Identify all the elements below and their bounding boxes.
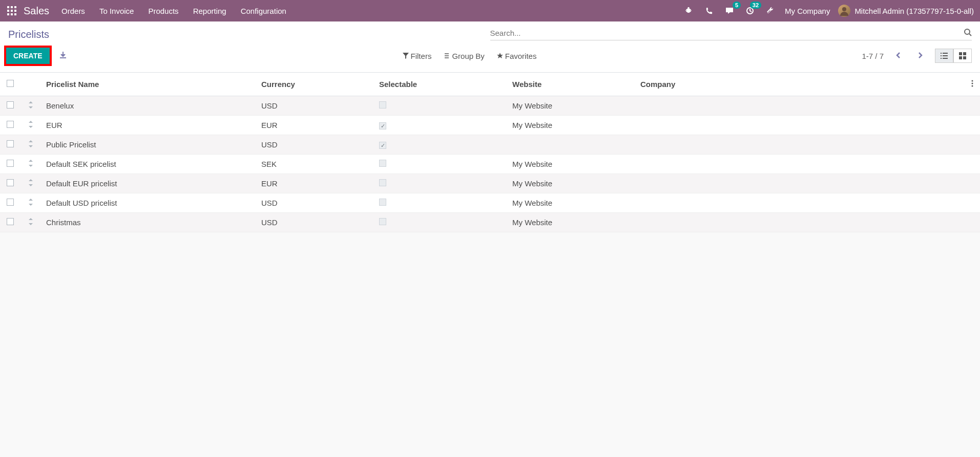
filters-button[interactable]: Filters xyxy=(403,52,432,60)
activities-icon[interactable]: 32 xyxy=(744,5,756,17)
row-checkbox[interactable] xyxy=(7,140,14,147)
top-nav: Sales Orders To Invoice Products Reporti… xyxy=(0,0,980,21)
select-all-checkbox[interactable] xyxy=(7,80,14,87)
svg-rect-1 xyxy=(11,6,13,8)
download-icon[interactable] xyxy=(59,51,67,61)
main-menu: Orders To Invoice Products Reporting Con… xyxy=(61,7,682,15)
drag-handle-icon[interactable] xyxy=(20,174,41,193)
svg-rect-6 xyxy=(7,13,9,15)
row-checkbox[interactable] xyxy=(7,121,14,128)
cell-pad xyxy=(965,193,980,213)
groupby-button[interactable]: Group By xyxy=(444,52,484,60)
user-avatar-icon xyxy=(838,5,850,17)
cell-currency: USD xyxy=(256,193,374,213)
cell-name: EUR xyxy=(41,116,256,135)
search-input[interactable] xyxy=(490,29,964,37)
cell-currency: USD xyxy=(256,96,374,116)
cell-website: My Website xyxy=(507,96,635,116)
page-title: Pricelists xyxy=(8,26,49,40)
company-selector[interactable]: My Company xyxy=(785,7,830,15)
pager-next-icon[interactable] xyxy=(913,50,927,62)
header-company[interactable]: Company xyxy=(635,73,965,96)
kanban-view-icon[interactable] xyxy=(953,49,972,63)
svg-rect-22 xyxy=(963,56,966,59)
cell-website: My Website xyxy=(507,213,635,232)
svg-rect-0 xyxy=(7,6,9,8)
cell-company xyxy=(635,174,965,193)
header-website[interactable]: Website xyxy=(507,73,635,96)
create-highlight: CREATE xyxy=(4,46,52,66)
menu-orders[interactable]: Orders xyxy=(61,7,85,15)
messages-icon[interactable]: 5 xyxy=(723,5,736,17)
drag-handle-icon[interactable] xyxy=(20,135,41,155)
svg-rect-15 xyxy=(941,55,942,56)
drag-handle-icon[interactable] xyxy=(20,116,41,135)
app-brand[interactable]: Sales xyxy=(24,5,49,17)
cell-company xyxy=(635,213,965,232)
cell-company xyxy=(635,135,965,155)
cell-pad xyxy=(965,116,980,135)
table-row[interactable]: Christmas USD My Website xyxy=(0,213,980,232)
selectable-checkbox xyxy=(379,122,386,129)
cell-name: Default SEK pricelist xyxy=(41,155,256,174)
cell-selectable xyxy=(374,213,507,232)
cell-pad xyxy=(965,213,980,232)
list-view-icon[interactable] xyxy=(935,49,953,63)
cell-name: Christmas xyxy=(41,213,256,232)
user-name: Mitchell Admin (17357797-15-0-all) xyxy=(854,7,974,15)
groupby-label: Group By xyxy=(452,52,484,60)
menu-to-invoice[interactable]: To Invoice xyxy=(99,7,134,15)
header-currency[interactable]: Currency xyxy=(256,73,374,96)
svg-rect-17 xyxy=(941,58,942,59)
cell-currency: EUR xyxy=(256,116,374,135)
pager-prev-icon[interactable] xyxy=(892,50,905,62)
row-checkbox[interactable] xyxy=(7,101,14,108)
svg-rect-12 xyxy=(60,57,66,58)
header-options-icon[interactable] xyxy=(965,73,980,96)
drag-handle-icon[interactable] xyxy=(20,213,41,232)
drag-handle-icon[interactable] xyxy=(20,193,41,213)
svg-point-23 xyxy=(972,80,973,82)
header-selectable[interactable]: Selectable xyxy=(374,73,507,96)
row-checkbox[interactable] xyxy=(7,160,14,167)
user-menu[interactable]: Mitchell Admin (17357797-15-0-all) xyxy=(838,5,974,17)
table-row[interactable]: Default EUR pricelist EUR My Website xyxy=(0,174,980,193)
table-row[interactable]: Default SEK pricelist SEK My Website xyxy=(0,155,980,174)
menu-products[interactable]: Products xyxy=(148,7,178,15)
row-checkbox[interactable] xyxy=(7,218,14,225)
svg-point-11 xyxy=(965,29,970,34)
favorites-button[interactable]: Favorites xyxy=(497,52,537,60)
table-row[interactable]: Public Pricelist USD xyxy=(0,135,980,155)
header-name[interactable]: Pricelist Name xyxy=(41,73,256,96)
tools-icon[interactable] xyxy=(764,5,777,17)
search-box[interactable] xyxy=(490,26,972,40)
cell-currency: USD xyxy=(256,213,374,232)
svg-point-24 xyxy=(972,83,973,84)
cell-company xyxy=(635,155,965,174)
table-row[interactable]: EUR EUR My Website xyxy=(0,116,980,135)
debug-icon[interactable] xyxy=(682,5,695,17)
cell-company xyxy=(635,96,965,116)
selectable-checkbox xyxy=(379,218,386,225)
cell-website xyxy=(507,135,635,155)
svg-rect-5 xyxy=(14,10,16,12)
svg-point-25 xyxy=(972,85,973,87)
selectable-checkbox xyxy=(379,199,386,206)
cell-website: My Website xyxy=(507,174,635,193)
menu-configuration[interactable]: Configuration xyxy=(241,7,286,15)
menu-reporting[interactable]: Reporting xyxy=(193,7,226,15)
table-row[interactable]: Benelux USD My Website xyxy=(0,96,980,116)
phone-icon[interactable] xyxy=(703,5,715,17)
pricelist-table: Pricelist Name Currency Selectable Websi… xyxy=(0,73,980,232)
apps-icon[interactable] xyxy=(6,5,17,16)
drag-handle-icon[interactable] xyxy=(20,155,41,174)
pager[interactable]: 1-7 / 7 xyxy=(862,52,884,60)
messages-badge: 5 xyxy=(733,2,741,9)
row-checkbox[interactable] xyxy=(7,199,14,206)
svg-rect-14 xyxy=(943,53,948,54)
drag-handle-icon[interactable] xyxy=(20,96,41,116)
create-button[interactable]: CREATE xyxy=(6,48,50,64)
search-icon[interactable] xyxy=(964,28,972,38)
table-row[interactable]: Default USD pricelist USD My Website xyxy=(0,193,980,213)
row-checkbox[interactable] xyxy=(7,179,14,186)
